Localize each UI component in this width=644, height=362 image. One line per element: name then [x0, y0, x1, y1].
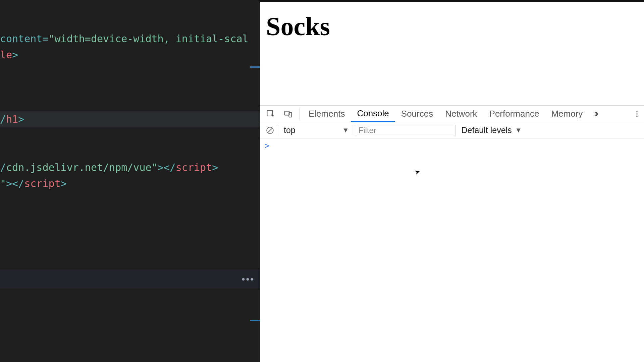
code-token: >: [61, 178, 67, 189]
console-filter-input[interactable]: [355, 125, 455, 136]
mouse-cursor-icon: ➤: [413, 166, 422, 178]
editor-split-handle[interactable]: [250, 66, 260, 68]
panel-more-icon[interactable]: •••: [242, 274, 255, 285]
log-levels-select[interactable]: Default levels ▼: [458, 125, 522, 135]
editor-panel-titlebar: •••: [0, 270, 260, 289]
code-token: cdn.jsdelivr.net/npm/vue: [6, 162, 151, 173]
console-prompt-caret: >: [265, 141, 269, 150]
execution-context-select[interactable]: top ▼: [282, 125, 349, 135]
editor-terminal-pane[interactable]: [0, 289, 260, 362]
tab-memory[interactable]: Memory: [545, 106, 589, 122]
code-line[interactable]: content="width=device-width, initial-sca…: [0, 31, 260, 47]
code-token: >: [12, 49, 18, 61]
code-token: ></: [158, 162, 176, 173]
toolbar-divider: [352, 125, 352, 136]
code-token: ": [152, 162, 158, 173]
code-line[interactable]: [0, 63, 260, 79]
code-line[interactable]: [0, 79, 260, 95]
code-token: script: [176, 162, 212, 173]
code-line[interactable]: [0, 127, 260, 143]
terminal-split-handle[interactable]: [250, 320, 260, 321]
code-line[interactable]: /h1>: [0, 111, 260, 127]
tab-divider: [300, 108, 300, 120]
code-token: >: [212, 162, 218, 173]
tabs-overflow-icon[interactable]: [589, 107, 603, 121]
toggle-device-toolbar-icon[interactable]: [281, 107, 295, 121]
execution-context-label: top: [284, 125, 296, 135]
svg-point-4: [636, 113, 638, 115]
code-token: le: [0, 49, 12, 61]
code-token: =: [42, 33, 48, 45]
tab-sources[interactable]: Sources: [395, 106, 439, 122]
svg-point-3: [636, 111, 638, 112]
toolbar-divider: [279, 125, 279, 136]
code-block[interactable]: content="width=device-width, initial-sca…: [0, 0, 260, 192]
tab-performance[interactable]: Performance: [483, 106, 545, 122]
devtools-more-icon[interactable]: [630, 107, 644, 121]
tab-console[interactable]: Console: [351, 106, 395, 122]
code-line[interactable]: "></script>: [0, 176, 260, 192]
code-token: /: [0, 113, 6, 125]
code-token: content: [0, 33, 42, 45]
console-output[interactable]: > ➤: [260, 138, 644, 362]
page-viewport[interactable]: Socks: [260, 2, 644, 105]
code-token: ": [0, 178, 6, 189]
editor-pane: content="width=device-width, initial-sca…: [0, 0, 260, 362]
console-toolbar: top ▼ Default levels ▼: [260, 122, 644, 138]
browser-pane: Socks ElementsConsoleSourcesNetworkPerfo…: [260, 0, 644, 362]
svg-line-7: [268, 128, 272, 132]
code-token: h1: [6, 113, 18, 125]
code-token: ></: [6, 178, 24, 189]
code-line[interactable]: /cdn.jsdelivr.net/npm/vue"></script>: [0, 160, 260, 176]
devtools-tabbar: ElementsConsoleSourcesNetworkPerformance…: [260, 106, 644, 122]
code-token: "width=device-width, initial-scal: [49, 33, 249, 45]
inspect-element-icon[interactable]: [264, 107, 277, 121]
code-token: >: [18, 113, 24, 125]
chevron-down-icon: ▼: [515, 126, 522, 134]
svg-point-5: [636, 115, 638, 117]
clear-console-icon[interactable]: [264, 124, 276, 136]
page-title: Socks: [266, 11, 638, 42]
editor-viewport[interactable]: content="width=device-width, initial-sca…: [0, 0, 260, 270]
code-line[interactable]: [0, 143, 260, 160]
code-token: script: [24, 178, 60, 189]
devtools-panel: ElementsConsoleSourcesNetworkPerformance…: [260, 105, 644, 362]
code-token: /: [0, 162, 6, 173]
code-line[interactable]: [0, 95, 260, 111]
chevron-down-icon: ▼: [342, 126, 349, 134]
code-line[interactable]: le>: [0, 47, 260, 63]
tab-network[interactable]: Network: [439, 106, 483, 122]
tab-elements[interactable]: Elements: [303, 106, 351, 122]
log-levels-label: Default levels: [462, 125, 512, 135]
